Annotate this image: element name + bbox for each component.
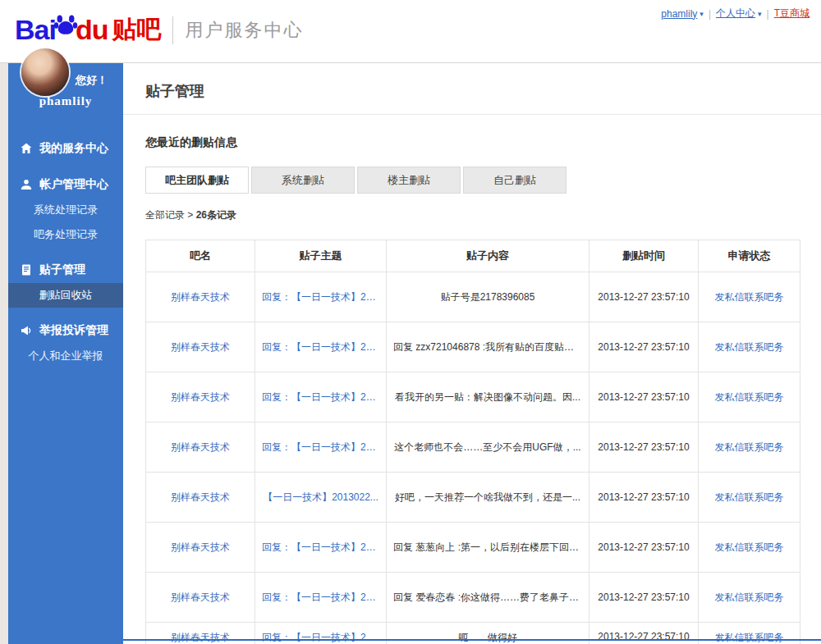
- baidu-tieba-logo[interactable]: Bai du 贴吧 用户服务中心: [15, 13, 303, 47]
- logo-text-du: du: [76, 14, 108, 46]
- sidebar-item-label: 我的服务中心: [39, 141, 108, 156]
- status-link[interactable]: 发私信联系吧务: [715, 441, 784, 453]
- column-header: 贴子主题: [255, 240, 387, 272]
- table-row: 别样春天技术 回复：【一日一技术】20... 这个老师也不会……至少不会用UGF…: [146, 422, 800, 473]
- header-links: phamlily▾|个人中心▾|T豆商城: [661, 7, 810, 21]
- forum-link[interactable]: 别样春天技术: [171, 591, 230, 603]
- topic-link[interactable]: 回复：【一日一技术】20...: [262, 631, 379, 644]
- column-header: 吧名: [146, 240, 255, 272]
- table-header-row: 吧名贴子主题贴子内容删贴时间申请状态: [146, 240, 800, 272]
- post-content: 回复 zzx721046878 :我所有贴的百度贴吧...: [393, 340, 582, 354]
- status-link[interactable]: 发私信联系吧务: [715, 541, 784, 553]
- table-row: 别样春天技术 【一日一技术】2013022... 好吧，一天推荐一个啥我做不到，…: [146, 473, 800, 523]
- header-link[interactable]: 个人中心: [716, 7, 755, 21]
- delete-time: 2013-12-27 23:57:10: [598, 541, 689, 553]
- status-link[interactable]: 发私信联系吧务: [715, 291, 784, 303]
- column-header: 申请状态: [699, 240, 800, 272]
- delete-time: 2013-12-27 23:57:10: [598, 441, 689, 453]
- tab[interactable]: 自己删贴: [463, 167, 566, 194]
- tab[interactable]: 吧主团队删贴: [145, 167, 249, 194]
- sidebar: 您好！ phamlily 我的服务中心帐户管理中心系统处理记录吧务处理记录贴子管…: [8, 63, 123, 644]
- document-icon: [21, 264, 32, 276]
- delete-time: 2013-12-27 23:57:10: [598, 391, 689, 403]
- deleted-posts-table: 吧名贴子主题贴子内容删贴时间申请状态 别样春天技术 回复：【一日一技术】20..…: [145, 240, 800, 644]
- main-content: 贴子管理 您最近的删贴信息 吧主团队删贴系统删贴楼主删贴自己删贴 全部记录 > …: [123, 63, 821, 644]
- sidebar-item-label: 贴子管理: [39, 263, 85, 277]
- table-row: 别样春天技术 回复：【一日一技术】20... 回复 葱葱向上 :第一，以后别在楼…: [146, 523, 800, 573]
- table-row: 别样春天技术 回复：【一日一技术】20... 回复 zzx721046878 :…: [146, 322, 800, 372]
- table-body: 别样春天技术 回复：【一日一技术】20... 贴子号是2178396085 20…: [146, 272, 800, 644]
- sidebar-item[interactable]: 举报投诉管理: [8, 317, 123, 344]
- topic-link[interactable]: 【一日一技术】2013022...: [263, 491, 378, 505]
- divider: [123, 114, 821, 115]
- user-icon: [21, 179, 32, 190]
- separator: |: [767, 8, 769, 20]
- tabs: 吧主团队删贴系统删贴楼主删贴自己删贴: [145, 167, 569, 194]
- sidebar-item[interactable]: 吧务处理记录: [8, 222, 123, 247]
- sidebar-item-label: 帐户管理中心: [39, 177, 108, 192]
- delete-time: 2013-12-27 23:57:10: [598, 341, 689, 353]
- sidebar-item[interactable]: 我的服务中心: [8, 135, 123, 162]
- post-content: 好吧，一天推荐一个啥我做不到，还是一...: [395, 491, 580, 505]
- forum-link[interactable]: 别样春天技术: [171, 541, 230, 553]
- user-avatar: [21, 48, 69, 96]
- forum-link[interactable]: 别样春天技术: [171, 291, 230, 303]
- breadcrumb: 全部记录 > 26条记录: [145, 208, 236, 222]
- post-content: 贴子号是2178396085: [441, 290, 535, 304]
- post-content: 回复 爱春恋春 :你这做得……费了老鼻子劲...: [393, 591, 582, 605]
- topic-link[interactable]: 回复：【一日一技术】20...: [262, 591, 379, 605]
- status-link[interactable]: 发私信联系吧务: [715, 632, 784, 643]
- status-link[interactable]: 发私信联系吧务: [715, 491, 784, 503]
- header-link[interactable]: T豆商城: [774, 7, 810, 21]
- topic-link[interactable]: 回复：【一日一技术】20...: [262, 441, 379, 454]
- sidebar-item-label: 吧务处理记录: [34, 228, 98, 240]
- topic-link[interactable]: 回复：【一日一技术】20...: [262, 290, 379, 304]
- tab[interactable]: 系统删贴: [251, 167, 355, 194]
- sidebar-item[interactable]: 删贴回收站: [8, 283, 123, 308]
- bottom-border-line: [123, 639, 821, 641]
- sidebar-item[interactable]: 系统处理记录: [8, 198, 123, 222]
- table-row: 别样春天技术 回复：【一日一技术】20... 呃……做得好 2013-12-27…: [146, 623, 800, 644]
- delete-time: 2013-12-27 23:57:10: [598, 491, 689, 503]
- sidebar-item[interactable]: 个人和企业举报: [8, 344, 123, 368]
- delete-time: 2013-12-27 23:57:10: [598, 291, 689, 303]
- forum-link[interactable]: 别样春天技术: [171, 391, 230, 403]
- post-content: 这个老师也不会……至少不会用UGF做，...: [394, 441, 580, 454]
- chevron-down-icon[interactable]: ▾: [699, 10, 704, 18]
- separator: |: [709, 8, 711, 20]
- logo-text-bai: Bai: [15, 14, 56, 46]
- column-header: 删贴时间: [589, 240, 699, 272]
- page-title: 贴子管理: [145, 81, 204, 101]
- delete-time: 2013-12-27 23:57:10: [598, 591, 689, 603]
- sidebar-item[interactable]: 贴子管理: [8, 257, 123, 283]
- sidebar-item[interactable]: 帐户管理中心: [8, 171, 123, 198]
- topic-link[interactable]: 回复：【一日一技术】20...: [262, 391, 379, 404]
- breadcrumb-prefix: 全部记录 >: [145, 209, 196, 221]
- logo-text-tieba: 贴吧: [112, 13, 161, 47]
- header: Bai du 贴吧 用户服务中心 phamlily▾|个人中心▾|T豆商城: [0, 0, 821, 63]
- sidebar-item-label: 举报投诉管理: [39, 323, 108, 338]
- logo-divider: [172, 16, 173, 44]
- forum-link[interactable]: 别样春天技术: [171, 441, 230, 453]
- table-row: 别样春天技术 回复：【一日一技术】20... 回复 爱春恋春 :你这做得……费了…: [146, 573, 800, 623]
- megaphone-icon: [21, 325, 32, 336]
- column-header: 贴子内容: [387, 240, 589, 272]
- status-link[interactable]: 发私信联系吧务: [715, 391, 784, 403]
- post-content: 看我开的另一贴：解决图像不动问题。因...: [395, 391, 580, 404]
- topic-link[interactable]: 回复：【一日一技术】20...: [262, 541, 379, 555]
- forum-link[interactable]: 别样春天技术: [171, 341, 230, 353]
- topic-link[interactable]: 回复：【一日一技术】20...: [262, 340, 379, 354]
- breadcrumb-count: 26条记录: [196, 209, 236, 221]
- header-link[interactable]: phamlily: [661, 8, 697, 20]
- sidebar-item-label: 删贴回收站: [39, 289, 93, 301]
- forum-link[interactable]: 别样春天技术: [171, 632, 230, 643]
- chevron-down-icon[interactable]: ▾: [758, 10, 762, 18]
- tab[interactable]: 楼主删贴: [357, 167, 461, 194]
- baidu-paw-icon: [53, 11, 78, 36]
- forum-link[interactable]: 别样春天技术: [171, 491, 230, 503]
- post-content: 回复 葱葱向上 :第一，以后别在楼层下回复...: [393, 541, 582, 555]
- table-row: 别样春天技术 回复：【一日一技术】20... 看我开的另一贴：解决图像不动问题。…: [146, 372, 800, 422]
- section-title: 您最近的删贴信息: [145, 135, 237, 150]
- status-link[interactable]: 发私信联系吧务: [715, 591, 784, 603]
- status-link[interactable]: 发私信联系吧务: [715, 341, 784, 353]
